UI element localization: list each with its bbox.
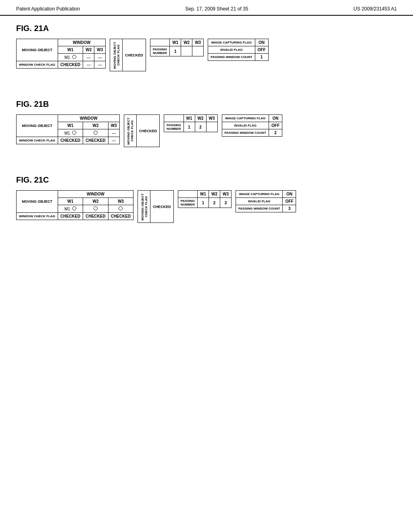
figures-container: FIG. 21A MOVING OBJECT WINDOW W1 W2 W3 M…	[0, 16, 413, 247]
figure-21a: FIG. 21A MOVING OBJECT WINDOW W1 W2 W3 M…	[16, 24, 397, 71]
page-header: Patent Application Publication Sep. 17, …	[0, 0, 413, 16]
fig21b-middle-table: MOVING OBJECTCHECK FLAG CHECKED	[124, 114, 160, 147]
fig21c-passing-table: W1 W2 W3 PASSINGNUMBER 1 2 3	[178, 190, 232, 208]
fig21a-left-table: MOVING OBJECT WINDOW W1 W2 W3 M1 — — WIN…	[16, 39, 106, 69]
fig21a-middle-table: MOVING OBJECTCHECK FLAG CHECKED	[110, 39, 146, 71]
header-center: Sep. 17, 2009 Sheet 21 of 35	[185, 6, 248, 12]
fig21a-right-table: IMAGE CAPTURING FLAG ON INVALID FLAG OFF…	[208, 39, 268, 61]
header-left: Patent Application Publication	[16, 6, 80, 12]
figure-21c: FIG. 21C MOVING OBJECT WINDOW W1 W2 W3 M…	[16, 175, 397, 223]
figure-21b: FIG. 21B MOVING OBJECT WINDOW W1 W2 W3 M…	[16, 100, 397, 147]
fig21c-left-table: MOVING OBJECT WINDOW W1 W2 W3 M1 WINDOW …	[16, 190, 133, 220]
fig-21b-label: FIG. 21B	[16, 100, 397, 109]
fig21b-left-table: MOVING OBJECT WINDOW W1 W2 W3 M1 — WINDO…	[16, 114, 120, 144]
fig21c-middle-table: MOVING OBJECTCHECK FLAG CHECKED	[138, 190, 174, 223]
fig21a-passing-table: W1 W2 W3 PASSINGNUMBER 1	[150, 39, 204, 56]
fig21b-passing-table: W1 W2 W3 PASSINGNUMBER 1 2	[164, 114, 217, 132]
fig21c-right-table: IMAGE CAPTURING FLAG ON INVALID FLAG OFF…	[236, 190, 296, 212]
fig-21c-label: FIG. 21C	[16, 175, 397, 185]
header-right: US 2009/231453 A1	[354, 6, 397, 12]
fig-21a-label: FIG. 21A	[16, 24, 397, 33]
fig21b-right-table: IMAGE CAPTURING FLAG ON INVALID FLAG OFF…	[222, 114, 282, 137]
